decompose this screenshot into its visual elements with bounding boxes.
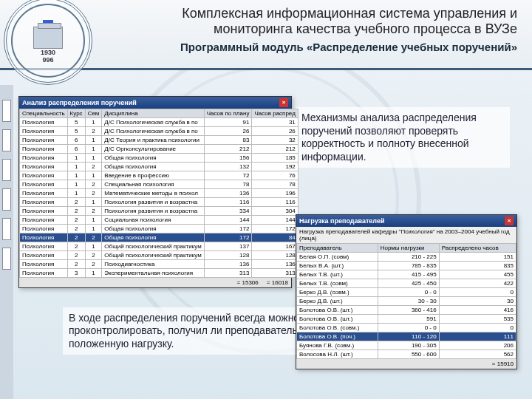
description-2: В ходе распределения поручений всегда мо… <box>63 307 307 355</box>
table-row[interactable]: Психология21Психология развития и возрас… <box>20 198 299 207</box>
table-row[interactable]: Психология22Психодиагностика136136 <box>20 260 299 269</box>
table-row[interactable]: Психология22Общий психологический практи… <box>20 251 299 260</box>
table-row[interactable]: Психология12Математические методы в псих… <box>20 189 299 198</box>
table-row[interactable]: Психология11Общая психология156185 <box>20 154 299 163</box>
table-row[interactable]: Психология22Психология развития и возрас… <box>20 207 299 216</box>
col-header: Часов распред <box>252 109 298 118</box>
window-titlebar[interactable]: Нагрузка преподавателей × <box>296 215 516 227</box>
col-header: Преподаватель <box>297 244 378 253</box>
table-row[interactable]: Болотова О.В. (шт.)360 - 416416 <box>297 306 516 315</box>
window-title: Анализ распределения поручений <box>22 99 137 106</box>
table-row[interactable]: Психология21Общий психологический практи… <box>20 242 299 251</box>
building-icon <box>33 27 63 49</box>
table-row[interactable]: Болотова О.В. (шт.)591535 <box>297 315 516 324</box>
workload-subtitle: Нагрузка преподавателей кафедры "Психоло… <box>296 227 516 243</box>
col-header: Дисциплина <box>102 109 204 118</box>
col-header: Сем <box>85 109 102 118</box>
table-row[interactable]: Болотова О.В. (совм.)0 - 00 <box>297 324 516 332</box>
table-row[interactable]: Психология31Экспериментальная психология… <box>20 269 299 278</box>
table-row[interactable]: Берко Д.В. (шт.)30 - 3030 <box>297 297 516 306</box>
col-header: Нормы нагрузки <box>378 244 439 253</box>
table-row[interactable]: Психология52Д/С Психологическая служба в… <box>20 127 299 136</box>
slide-title: Комплексная информационная система управ… <box>118 6 517 36</box>
window-title: Нагрузка преподавателей <box>299 217 384 225</box>
total-plan: = 15306 <box>237 279 259 286</box>
table-row[interactable]: Психология22Общая психология17284 <box>20 233 299 242</box>
table-row[interactable]: Буянова Г.В. (совм.)190 - 305206 <box>297 341 516 350</box>
window-titlebar[interactable]: Анализ распределения поручений × <box>19 97 291 109</box>
table-row[interactable]: Психология12Специальная психология7878 <box>20 180 299 189</box>
table-row[interactable]: Психология61Д/С Оргконсультирование21221… <box>20 145 299 154</box>
analysis-window: Анализ распределения поручений × Специал… <box>18 96 292 288</box>
col-header: Распределено часов <box>439 244 516 253</box>
table-row[interactable]: Психология21Общая психология172172 <box>20 225 299 233</box>
emblem-year-2: 996 <box>42 56 53 64</box>
workload-window: Нагрузка преподавателей × Нагрузка препо… <box>296 214 517 369</box>
table-row[interactable]: Волосова Н.Л. (шт.)550 - 600562 <box>297 350 516 359</box>
table-row[interactable]: Белых Т.В. (совм)425 - 450422 <box>297 279 516 288</box>
table-row[interactable]: Белых Т.В. (шт.)415 - 495455 <box>297 270 516 279</box>
close-icon[interactable]: × <box>279 98 288 107</box>
col-header: Специальность <box>20 109 68 118</box>
table-row[interactable]: Психология51Д/С Психологическая служба в… <box>20 118 299 127</box>
workload-table: ПреподавательНормы нагрузкиРаспределено … <box>296 243 516 359</box>
table-row[interactable]: Психология12Общая психология132192 <box>20 163 299 171</box>
col-header: Часов по плану <box>204 109 252 118</box>
total-dist: = 16018 <box>267 279 288 286</box>
close-icon[interactable]: × <box>505 216 514 225</box>
table-row[interactable]: Психология11Введение в профессию7276 <box>20 171 299 180</box>
table-row[interactable]: Болотова О.В. (поч.)110 - 120111 <box>297 332 516 341</box>
table-row[interactable]: Берко Д.В. (совм.)0 - 00 <box>297 288 516 297</box>
emblem-year-1: 1930 <box>41 49 55 56</box>
slide-header: 1930 996 Комплексная информационная сист… <box>0 0 532 70</box>
analysis-totals: = 15306 = 16018 <box>19 278 291 287</box>
analysis-table: СпециальностьКурсСемДисциплинаЧасов по п… <box>19 109 299 278</box>
description-1: Механизмы анализа распределения поручени… <box>296 107 510 168</box>
table-row[interactable]: Психология21Социальная психология144144 <box>20 216 299 225</box>
table-row[interactable]: Психология61Д/С Теория и практика психол… <box>20 136 299 145</box>
workload-total: = 15910 <box>296 359 516 369</box>
slide-subtitle: Программный модуль «Распределение учебны… <box>118 41 517 53</box>
thumbnail-strip <box>0 85 13 399</box>
table-row[interactable]: Белых В.А. (шт.)785 - 835835 <box>297 262 516 270</box>
col-header: Курс <box>67 109 85 118</box>
table-row[interactable]: Белая О.П. (совм)210 - 225151 <box>297 253 516 262</box>
university-emblem: 1930 996 <box>4 0 107 85</box>
